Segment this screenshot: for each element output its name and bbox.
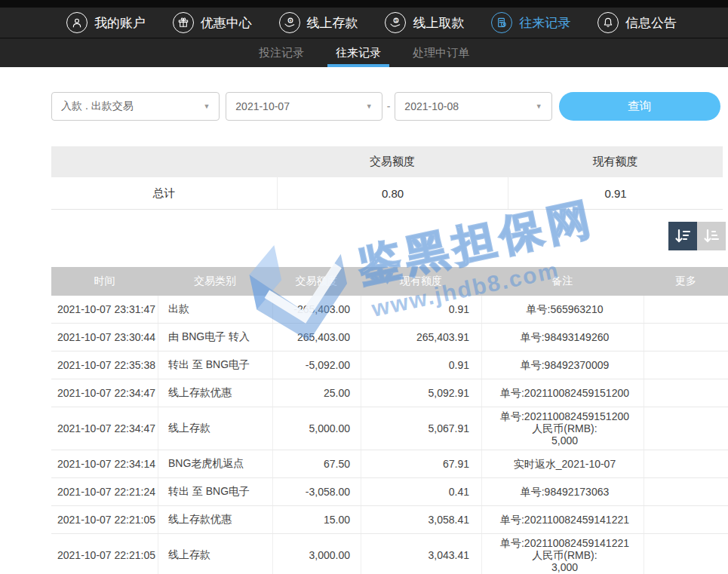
nav-item-label: 优惠中心 (201, 14, 252, 32)
remark-line: 单号:98493149260 (521, 331, 610, 343)
records-header-row: 时间交易类别交易额度现有额度备注更多 (51, 267, 728, 296)
sub-nav: 投注记录 往来记录 处理中订单 (0, 38, 728, 67)
top-strip (0, 0, 728, 8)
column-header: 时间 (51, 267, 158, 296)
summary-column-header: 交易额度 (277, 146, 508, 177)
sort-ascending-button[interactable] (697, 222, 726, 250)
cell-more (644, 478, 728, 505)
svg-text:¥: ¥ (289, 18, 291, 23)
cell-more (644, 450, 728, 477)
cell-remark: 单号:98492370009 (481, 351, 644, 379)
cell-transaction-amount: 15.00 (272, 506, 361, 533)
date-from-value: 2021-10-07 (235, 100, 290, 112)
cell-transaction-type: 出款 (158, 296, 272, 323)
remark-line: 单号:565963210 (527, 303, 604, 315)
sort-controls (0, 222, 728, 250)
transaction-type-select[interactable]: 入款 . 出款交易 ▼ (51, 92, 220, 121)
nav-item[interactable]: $ 线上取款 (385, 12, 464, 33)
cell-transaction-type: 由 BNG电子 转入 (158, 324, 272, 351)
subnav-tab-label: 往来记录 (336, 46, 381, 60)
nav-item[interactable]: 往来记录 (491, 12, 570, 33)
nav-item[interactable]: 我的账户 (66, 12, 146, 33)
records-icon (491, 12, 512, 33)
column-header: 备注 (481, 267, 644, 296)
cell-transaction-amount: -5,092.00 (272, 351, 361, 379)
cell-remark: 单号:202110082459141221人民币(RMB):3,000 (481, 534, 644, 574)
sort-ascending-icon (702, 227, 720, 245)
cell-time: 2021-10-07 23:31:47 (51, 296, 158, 323)
records-table: 时间交易类别交易额度现有额度备注更多 2021-10-07 23:31:47 出… (51, 267, 728, 574)
date-to-select[interactable]: 2021-10-08 ▼ (395, 92, 551, 121)
cell-current-balance: 3,043.41 (361, 534, 481, 574)
cell-time: 2021-10-07 22:21:05 (51, 506, 158, 533)
cell-current-balance: 265,403.91 (361, 324, 481, 351)
remark-line: 5,000 (551, 434, 578, 447)
filter-row: 入款 . 出款交易 ▼ 2021-10-07 ▼ - 2021-10-08 ▼ … (51, 92, 720, 121)
chevron-down-icon: ▼ (536, 103, 542, 110)
query-button[interactable]: 查询 (559, 92, 720, 121)
cell-time: 2021-10-07 22:34:14 (51, 450, 158, 477)
cell-transaction-type: 转出 至 BNG电子 (158, 351, 272, 379)
table-row: 2021-10-07 22:34:47 线上存款 5,000.00 5,067.… (51, 407, 728, 450)
cell-transaction-amount: 25.00 (272, 379, 361, 407)
cell-transaction-type: BNG老虎机返点 (158, 450, 272, 477)
date-range-separator: - (387, 100, 391, 112)
sort-descending-button[interactable] (668, 222, 697, 250)
table-row: 2021-10-07 22:21:24 转出 至 BNG电子 -3,058.00… (51, 478, 728, 506)
column-header: 现有额度 (361, 267, 481, 296)
remark-line: 实时返水_2021-10-07 (514, 458, 616, 470)
cell-transaction-amount: 3,000.00 (272, 534, 361, 574)
nav-item[interactable]: ¥ 线上存款 (279, 12, 358, 33)
nav-item[interactable]: 信息公告 (597, 12, 677, 33)
cell-current-balance: 5,067.91 (361, 407, 481, 450)
chevron-down-icon: ▼ (366, 103, 373, 110)
date-from-select[interactable]: 2021-10-07 ▼ (226, 92, 382, 121)
cell-remark: 实时返水_2021-10-07 (481, 450, 644, 477)
subnav-tab-label: 投注记录 (259, 46, 304, 60)
cell-more (644, 506, 728, 533)
cell-more (644, 379, 728, 407)
table-row: 2021-10-07 23:31:47 出款 -265,403.00 0.91 … (51, 296, 728, 324)
cell-transaction-type: 线上存款优惠 (158, 379, 272, 407)
nav-item[interactable]: 优惠中心 (173, 12, 252, 33)
cell-current-balance: 67.91 (361, 450, 481, 477)
cell-current-balance: 0.41 (361, 478, 481, 505)
chevron-down-icon: ▼ (203, 103, 210, 110)
table-row: 2021-10-07 22:34:14 BNG老虎机返点 67.50 67.91… (51, 450, 728, 478)
column-header: 更多 (644, 267, 728, 296)
table-row: 2021-10-07 23:30:44 由 BNG电子 转入 265,403.0… (51, 324, 728, 351)
cell-transaction-amount: -3,058.00 (272, 478, 361, 505)
remark-line: 单号:202110082459141221 (500, 537, 629, 549)
cell-more (644, 324, 728, 351)
remark-line: 单号:202110082459151200 (500, 410, 629, 422)
remark-line: 单号:98492370009 (521, 359, 610, 371)
cell-transaction-type: 线上存款 (158, 407, 272, 450)
cell-more (644, 296, 728, 323)
subnav-tab[interactable]: 往来记录 (333, 38, 383, 67)
cell-transaction-amount: 5,000.00 (272, 407, 361, 450)
cell-current-balance: 0.91 (361, 296, 481, 323)
cell-current-balance: 5,092.91 (361, 379, 481, 407)
summary-column-header: 现有额度 (508, 146, 723, 177)
date-to-value: 2021-10-08 (404, 100, 459, 112)
gift-icon (173, 12, 194, 33)
table-row: 2021-10-07 22:21:05 线上存款优惠 15.00 3,058.4… (51, 506, 728, 534)
nav-item-label: 信息公告 (625, 14, 677, 32)
cell-transaction-amount: 265,403.00 (272, 324, 361, 351)
summary-header-row: 交易额度现有额度 (51, 146, 723, 177)
column-header: 交易额度 (272, 267, 361, 296)
nav-item-label: 线上取款 (413, 14, 464, 32)
cell-transaction-type: 转出 至 BNG电子 (158, 478, 272, 505)
remark-line: 人民币(RMB): (532, 422, 597, 434)
summary-column-header (51, 146, 277, 177)
subnav-tab[interactable]: 投注记录 (256, 38, 306, 67)
summary-total-cell: 总计 (51, 177, 277, 209)
summary-total-cell: 0.91 (508, 177, 723, 209)
cell-time: 2021-10-07 22:35:38 (51, 351, 158, 379)
cell-remark: 单号:202110082459151200 (481, 379, 644, 407)
summary-total-row: 总计0.800.91 (51, 177, 723, 210)
transaction-type-value: 入款 . 出款交易 (61, 100, 134, 113)
remark-line: 人民币(RMB): (532, 549, 597, 561)
table-row: 2021-10-07 22:21:05 线上存款 3,000.00 3,043.… (51, 534, 728, 574)
subnav-tab[interactable]: 处理中订单 (410, 38, 472, 67)
